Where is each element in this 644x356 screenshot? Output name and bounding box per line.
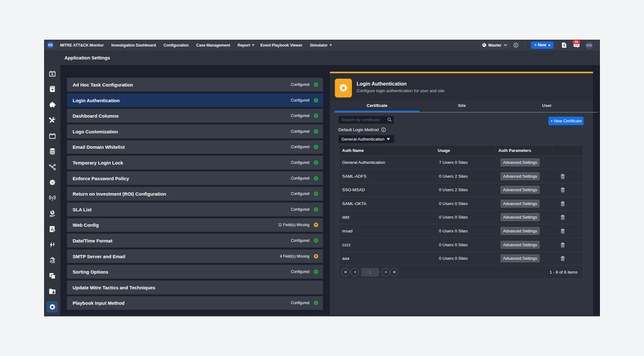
svg-text:AR: AR [51,182,53,184]
